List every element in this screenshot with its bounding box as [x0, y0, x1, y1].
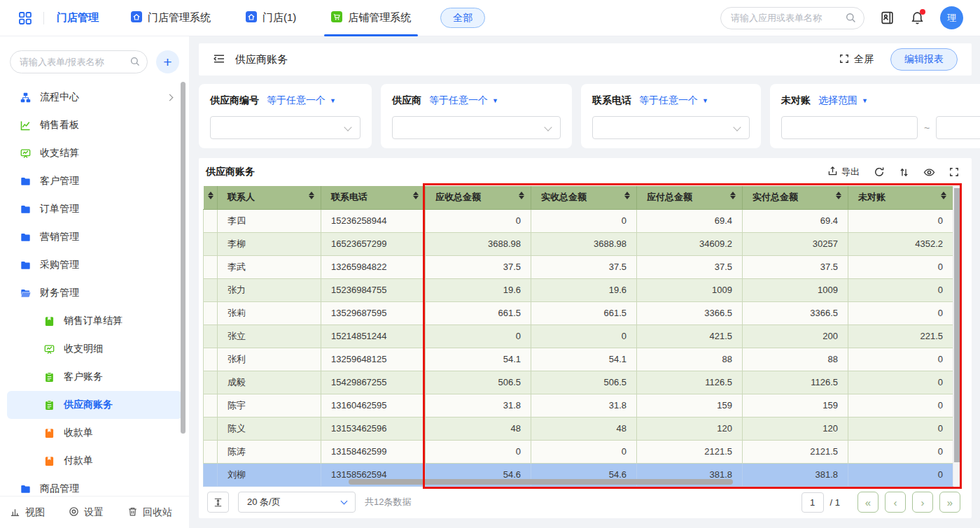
cell: 1009 [637, 278, 743, 301]
table-row[interactable]: 张力1523698475519.619.6100910090 [204, 278, 953, 301]
column-header-5[interactable]: 实付总金额 [743, 186, 848, 209]
chevron-right-icon [167, 94, 174, 101]
table-row[interactable]: 陈义1315346259648481201200 [204, 417, 953, 440]
sort-order-icon[interactable] [899, 167, 909, 178]
add-form-button[interactable]: + [156, 50, 179, 73]
all-apps-button[interactable]: 全部 [440, 8, 485, 28]
refresh-icon[interactable] [874, 166, 885, 178]
form-search-input[interactable] [10, 50, 148, 73]
views-button[interactable]: 视图 [10, 506, 45, 519]
sidebar-item-6[interactable]: 采购管理 [7, 251, 182, 279]
sidebar-item-13[interactable]: 付款单 [7, 447, 182, 475]
sidebar-item-9[interactable]: 收支明细 [7, 335, 182, 363]
filter-select[interactable] [210, 116, 360, 139]
table-row[interactable]: 李柳165236572993688.983688.9834609.2302574… [204, 232, 953, 255]
user-avatar[interactable]: 理 [940, 6, 963, 29]
first-page-button[interactable]: « [858, 492, 878, 513]
sidebar-item-7[interactable]: 财务管理 [7, 279, 182, 307]
sidebar-item-11[interactable]: 供应商账务 [7, 391, 182, 419]
sidebar-item-8[interactable]: 销售订单结算 [7, 307, 182, 335]
cell: 19.6 [531, 278, 637, 301]
sidebar-item-0[interactable]: 流程中心 [7, 83, 182, 111]
export-button[interactable]: 导出 [827, 166, 860, 178]
eye-icon[interactable] [923, 166, 935, 178]
operator-dropdown[interactable]: 等于任意一个 [429, 94, 488, 107]
board-icon [20, 148, 31, 159]
table-row[interactable]: 李四152362589440069.469.40 [204, 209, 953, 232]
caret-down-icon: ▼ [702, 97, 708, 104]
filter-bar: 供应商编号 等于任意一个 ▼ 供应商 等于任意一个 ▼ 联系电话 等于任意一个 [199, 84, 972, 148]
sidebar-item-4[interactable]: 订单管理 [7, 195, 182, 223]
cell-stub [204, 255, 218, 278]
fullscreen-button[interactable]: 全屏 [839, 53, 874, 66]
cell: 69.4 [743, 209, 848, 232]
notification-bell-icon[interactable] [910, 10, 925, 25]
sidebar-item-1[interactable]: 销售看板 [7, 111, 182, 139]
page-number-input[interactable] [802, 492, 824, 513]
operator-dropdown[interactable]: 选择范围 [818, 94, 858, 107]
search-icon[interactable] [846, 13, 856, 25]
settings-button[interactable]: 设置 [69, 506, 104, 519]
operator-dropdown[interactable]: 等于任意一个 [267, 94, 326, 107]
collapse-sidebar-icon[interactable] [213, 53, 225, 66]
table-row[interactable]: 张利1325964812554.154.188880 [204, 348, 953, 371]
cell: 4352.2 [848, 232, 953, 255]
last-page-button[interactable]: » [939, 492, 960, 513]
column-header-3[interactable]: 实收总金额 [531, 186, 637, 209]
tab-store-1[interactable]: 门店(1) [246, 0, 296, 36]
table-row[interactable]: 张立1521485124400421.5200221.5 [204, 324, 953, 348]
workspace-title[interactable]: 门店管理 [57, 11, 99, 24]
cell: 2121.5 [743, 440, 848, 463]
tab-shop-mgmt-system-active[interactable]: 店铺管理系统 [331, 0, 411, 36]
apps-grid-icon[interactable] [18, 11, 32, 25]
sidebar-item-2[interactable]: 收支结算 [7, 139, 182, 167]
column-header-1[interactable]: 联系电话 [321, 186, 426, 209]
sidebar-scrollbar[interactable] [181, 82, 186, 434]
cart-icon [331, 11, 342, 24]
sidebar-item-3[interactable]: 客户管理 [7, 167, 182, 195]
bar-chart-icon [10, 506, 20, 519]
address-book-icon[interactable] [880, 10, 895, 25]
cell: 0 [531, 440, 637, 463]
tab-store-mgmt-system[interactable]: 门店管理系统 [131, 0, 211, 36]
folder-icon [20, 204, 31, 215]
sidebar-item-5[interactable]: 营销管理 [7, 223, 182, 251]
column-header-2[interactable]: 应收总金额 [426, 186, 531, 209]
page-size-select[interactable]: 20 条/页 [238, 492, 356, 513]
sidebar-item-12[interactable]: 收款单 [7, 419, 182, 447]
table-row[interactable]: 李武1326598482237.537.537.537.50 [204, 255, 953, 278]
cell: 3366.5 [637, 301, 743, 324]
cell: 34609.2 [637, 232, 743, 255]
board-icon [43, 344, 55, 355]
filter-select[interactable] [592, 116, 750, 139]
column-header-6[interactable]: 未对账 [848, 186, 953, 209]
cell-stub [204, 417, 218, 440]
row-height-button[interactable] [207, 492, 229, 513]
table-row[interactable]: 陈宇1316046259531.831.81591590 [204, 394, 953, 417]
next-page-button[interactable]: › [912, 492, 933, 513]
table-fullscreen-icon[interactable] [949, 167, 959, 177]
vertical-scrollbar[interactable] [953, 186, 962, 486]
operator-dropdown[interactable]: 等于任意一个 [639, 94, 698, 107]
screen: 门店管理 门店管理系统 门店(1) 店铺管理系统 全部 [0, 0, 980, 528]
horizontal-scrollbar[interactable] [349, 479, 733, 485]
cell: 0 [848, 440, 953, 463]
recycle-bin-button[interactable]: 回收站 [127, 506, 172, 519]
edit-report-button[interactable]: 编辑报表 [890, 48, 958, 71]
cell: 13153462596 [321, 417, 426, 440]
sidebar-item-10[interactable]: 客户账务 [7, 363, 182, 391]
column-header-stub[interactable] [204, 186, 218, 209]
range-min-input[interactable] [781, 116, 918, 139]
filter-select[interactable] [392, 116, 561, 139]
range-max-input[interactable] [936, 116, 980, 139]
cell: 0 [848, 278, 953, 301]
search-icon[interactable] [130, 57, 140, 69]
cell: 0 [848, 348, 953, 371]
table-row[interactable]: 张莉13529687595661.5661.53366.53366.50 [204, 301, 953, 324]
prev-page-button[interactable]: ‹ [885, 492, 906, 513]
column-header-0[interactable]: 联系人 [218, 186, 321, 209]
global-search-input[interactable] [720, 7, 864, 29]
table-row[interactable]: 成毅15429867255506.5506.51126.51126.50 [204, 371, 953, 394]
column-header-4[interactable]: 应付总金额 [637, 186, 743, 209]
table-row[interactable]: 陈涛13158462599002121.52121.50 [204, 440, 953, 463]
